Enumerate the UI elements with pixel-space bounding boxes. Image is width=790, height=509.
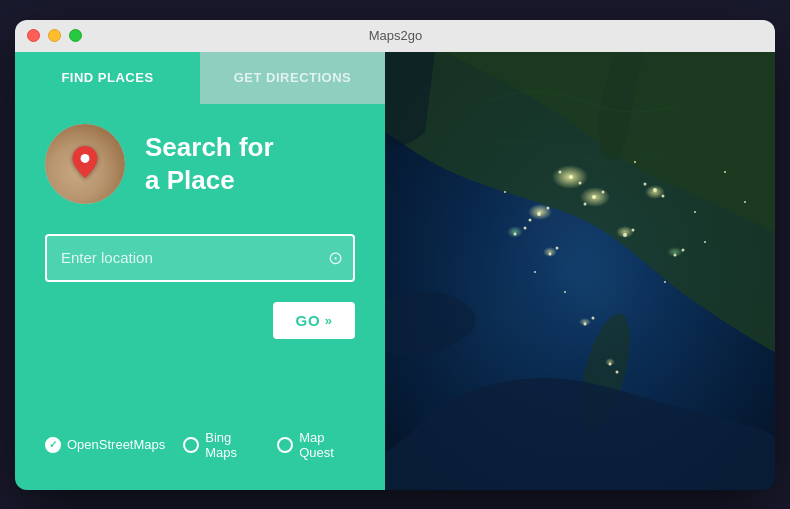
titlebar: Maps2go (15, 20, 775, 52)
svg-point-33 (584, 322, 587, 325)
left-panel: FIND PLACES GET DIRECTIONS (15, 52, 385, 490)
svg-point-44 (724, 171, 726, 173)
svg-point-40 (704, 241, 706, 243)
location-input-wrapper: ⊙ (45, 234, 355, 282)
svg-point-14 (579, 181, 582, 184)
svg-point-7 (507, 226, 523, 238)
right-panel (385, 52, 775, 490)
svg-point-45 (744, 201, 746, 203)
map-overlay (385, 52, 775, 490)
pin-icon (71, 146, 99, 182)
svg-point-16 (592, 195, 596, 199)
radio-bing[interactable]: Bing Maps (183, 430, 259, 460)
app-window: Maps2go FIND PLACES GET DIRECTIONS (15, 20, 775, 490)
location-input[interactable] (45, 234, 355, 282)
tab-get-directions[interactable]: GET DIRECTIONS (200, 52, 385, 104)
radio-osm[interactable]: OpenStreetMaps (45, 437, 165, 453)
svg-point-32 (682, 248, 685, 251)
radio-mapquest-circle (277, 437, 293, 453)
search-hero: Search for a Place (45, 124, 355, 204)
svg-point-29 (549, 252, 552, 255)
panel-content: Search for a Place ⊙ GO» (15, 104, 385, 490)
radio-bing-circle (183, 437, 199, 453)
map-background (385, 52, 775, 490)
svg-point-26 (524, 226, 527, 229)
radio-mapquest[interactable]: Map Quest (277, 430, 355, 460)
svg-point-17 (602, 190, 605, 193)
hero-text: Search for a Place (145, 131, 274, 196)
svg-point-28 (632, 228, 635, 231)
svg-point-31 (674, 253, 677, 256)
svg-point-30 (556, 246, 559, 249)
svg-point-15 (559, 170, 562, 173)
svg-point-39 (694, 211, 696, 213)
svg-point-21 (529, 218, 532, 221)
svg-point-23 (662, 194, 665, 197)
svg-point-42 (564, 291, 566, 293)
window-title: Maps2go (28, 28, 763, 43)
tab-bar: FIND PLACES GET DIRECTIONS (15, 52, 385, 104)
svg-point-24 (644, 182, 647, 185)
map-source-row: OpenStreetMaps Bing Maps Map Quest (45, 430, 355, 470)
map-thumbnail (45, 124, 125, 204)
radio-osm-circle (45, 437, 61, 453)
svg-point-0 (81, 154, 90, 163)
svg-point-5 (528, 204, 552, 220)
svg-point-41 (664, 281, 666, 283)
svg-point-35 (609, 362, 612, 365)
svg-point-20 (547, 206, 550, 209)
window-body: FIND PLACES GET DIRECTIONS (15, 52, 775, 490)
svg-point-25 (514, 232, 517, 235)
svg-point-13 (569, 175, 573, 179)
svg-point-27 (623, 233, 627, 237)
tab-find-places[interactable]: FIND PLACES (15, 52, 200, 104)
go-button[interactable]: GO» (273, 302, 355, 339)
go-button-row: GO» (45, 302, 355, 339)
svg-point-38 (634, 161, 636, 163)
svg-point-22 (653, 188, 657, 192)
svg-point-37 (504, 191, 506, 193)
svg-point-18 (584, 202, 587, 205)
svg-point-19 (537, 212, 541, 216)
svg-point-36 (616, 370, 619, 373)
spacer (45, 359, 355, 430)
svg-point-34 (592, 316, 595, 319)
svg-point-43 (534, 271, 536, 273)
